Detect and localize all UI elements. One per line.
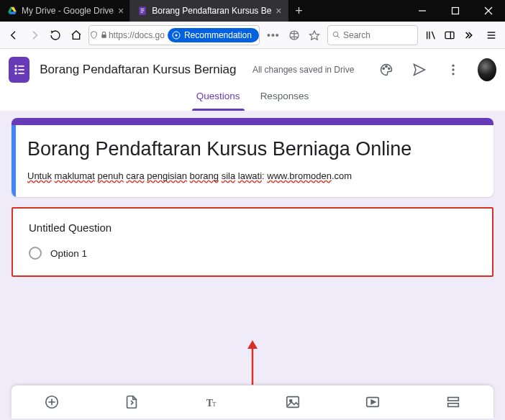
add-video-button[interactable] [358,388,387,416]
theme-button[interactable] [374,55,398,84]
search-icon [332,30,340,40]
reload-button[interactable] [47,25,65,45]
svg-rect-52 [448,403,459,407]
search-input[interactable] [343,30,413,40]
library-icon[interactable] [425,29,437,41]
svg-rect-22 [445,32,454,38]
tab-responses[interactable]: Responses [259,91,311,111]
more-button[interactable] [441,55,465,84]
svg-rect-30 [18,69,24,70]
close-icon[interactable]: × [118,5,124,17]
browser-tab-label: Borang Pendaftaran Kursus Be [152,6,271,16]
lock-icon[interactable] [99,30,108,40]
overflow-icon[interactable] [463,29,474,41]
svg-line-18 [337,36,340,38]
sidebar-icon[interactable] [444,29,455,41]
svg-line-21 [432,31,435,39]
svg-point-39 [452,73,454,75]
annotation-arrow [245,340,260,391]
document-title[interactable]: Borang Pendaftaran Kursus Berniaga Onlin… [40,63,237,77]
svg-point-38 [452,68,454,70]
forms-home-button[interactable] [9,57,29,83]
question-title-input[interactable]: Untitled Question [29,222,476,234]
form-editor-tabs: Questions Responses [0,91,505,111]
svg-point-37 [452,65,454,67]
import-questions-button[interactable] [117,388,146,416]
add-image-button[interactable] [278,388,307,416]
close-window-button[interactable] [472,0,505,22]
svg-rect-11 [101,35,106,38]
url-text: https://docs.go [109,30,165,40]
tab-questions[interactable]: Questions [195,91,242,111]
add-question-button[interactable] [37,388,66,416]
forms-header: Borang Pendaftaran Kursus Berniaga Onlin… [0,49,505,91]
svg-point-35 [388,68,389,69]
close-icon[interactable]: × [276,5,281,17]
search-bar[interactable] [327,25,418,45]
form-description-input[interactable]: Untuk maklumat penuh cara pengisian bora… [27,170,478,181]
svg-marker-2 [9,12,17,14]
shield-icon[interactable] [89,30,99,40]
drive-icon [7,6,17,16]
svg-point-27 [14,65,17,67]
maximize-button[interactable] [439,0,472,22]
question-card[interactable]: Untitled Question Option 1 [12,207,493,277]
browser-tab-drive[interactable]: My Drive - Google Drive × [0,0,130,22]
question-toolbar: TT [12,385,493,419]
svg-rect-47 [287,397,299,408]
svg-rect-28 [18,65,24,67]
add-title-button[interactable]: TT [198,388,227,416]
svg-rect-8 [452,8,459,14]
new-tab-button[interactable]: + [288,0,310,22]
svg-rect-32 [18,73,24,74]
recommendation-pill[interactable]: Recommendation [168,28,259,42]
form-title-input[interactable]: Borang Pendaftaran Kursus Berniaga Onlin… [27,138,478,160]
svg-point-29 [14,68,17,70]
reader-icon[interactable] [288,29,300,41]
browser-tab-label: My Drive - Google Drive [22,6,114,16]
browser-titlebar: My Drive - Google Drive × Borang Pendaft… [0,0,505,22]
svg-point-17 [333,32,338,37]
app-menu-button[interactable] [483,29,501,41]
active-card-indicator [12,125,16,197]
home-button[interactable] [68,25,86,45]
option-row[interactable]: Option 1 [29,247,476,260]
page-actions: ••• [267,29,320,41]
svg-point-34 [386,65,387,67]
back-button[interactable] [4,25,22,45]
forms-icon [137,6,147,16]
svg-marker-41 [247,340,258,349]
recommendation-label: Recommendation [184,30,252,40]
form-header-card[interactable]: Borang Pendaftaran Kursus Berniaga Onlin… [12,118,493,197]
browser-navbar: https://docs.go Recommendation ••• [0,22,505,49]
form-canvas: Borang Pendaftaran Kursus Berniaga Onlin… [0,111,505,420]
window-controls [406,0,505,22]
svg-point-31 [14,72,17,74]
svg-marker-50 [372,400,376,404]
svg-rect-5 [141,10,145,11]
svg-marker-16 [309,31,319,40]
svg-text:T: T [212,401,217,408]
minimize-button[interactable] [406,0,439,22]
account-avatar[interactable] [478,58,496,81]
svg-rect-51 [448,398,459,401]
option-label-input[interactable]: Option 1 [50,248,87,259]
svg-marker-36 [414,65,425,76]
svg-rect-4 [141,9,145,9]
svg-rect-6 [141,12,143,13]
address-bar[interactable]: https://docs.go Recommendation [88,25,260,45]
send-button[interactable] [408,55,432,84]
toolbar-end [425,29,474,41]
save-status: All changes saved in Drive [252,65,354,75]
svg-point-13 [175,34,177,36]
forward-button[interactable] [25,25,43,45]
browser-tab-form[interactable]: Borang Pendaftaran Kursus Be × [130,0,288,22]
svg-point-33 [383,68,384,69]
radio-icon [29,247,42,260]
ellipsis-icon[interactable]: ••• [267,29,280,41]
bookmark-star-icon[interactable] [309,29,320,41]
add-section-button[interactable] [439,388,468,416]
